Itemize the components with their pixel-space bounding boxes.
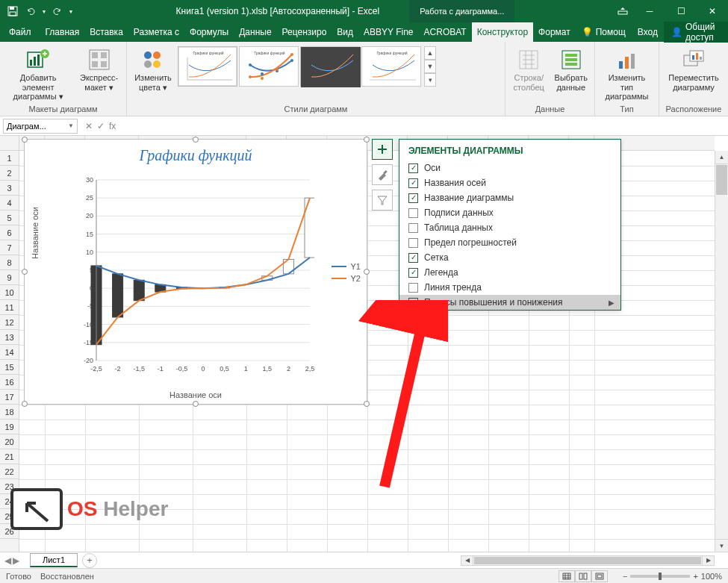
view-normal-icon[interactable] bbox=[559, 570, 575, 582]
view-page-layout-icon[interactable] bbox=[575, 570, 591, 582]
chart-element-option[interactable]: Полосы повышения и понижения▶ bbox=[399, 295, 620, 310]
svg-point-16 bbox=[144, 60, 152, 68]
tab-insert[interactable]: Вставка bbox=[84, 22, 128, 42]
hscroll-left-icon[interactable]: ◀ bbox=[461, 555, 473, 566]
add-sheet-button[interactable]: + bbox=[82, 553, 97, 568]
chart-element-option[interactable]: Названия осей bbox=[399, 175, 620, 190]
zoom-slider[interactable] bbox=[630, 575, 690, 578]
chart-legend[interactable]: Y1 Y2 bbox=[332, 259, 361, 286]
move-chart-button[interactable]: Переместить диаграмму bbox=[662, 43, 725, 93]
svg-text:-0,5: -0,5 bbox=[176, 365, 188, 372]
chart-title[interactable]: Графики функций bbox=[25, 140, 367, 167]
chart-object[interactable]: Графики функций Название оси -20-15-10-5… bbox=[24, 139, 367, 405]
x-axis-title[interactable]: Название оси bbox=[25, 390, 367, 399]
maximize-button[interactable]: ☐ bbox=[665, 0, 697, 22]
svg-rect-38 bbox=[619, 61, 623, 69]
chart-plot-area[interactable]: -20-15-10-5051015202530-2,5-2-1,5-1-0,50… bbox=[75, 177, 314, 386]
hscroll-right-icon[interactable]: ▶ bbox=[702, 555, 714, 566]
redo-icon[interactable] bbox=[49, 3, 66, 19]
sign-in[interactable]: Вход bbox=[632, 27, 664, 37]
svg-text:20: 20 bbox=[86, 212, 93, 219]
chart-filters-button[interactable] bbox=[372, 190, 393, 211]
svg-text:-1: -1 bbox=[158, 365, 164, 372]
change-colors-button[interactable]: Изменить цвета ▾ bbox=[130, 43, 176, 93]
chart-element-option[interactable]: Предел погрешностей bbox=[399, 235, 620, 250]
style-thumb-4[interactable]: Графики функций bbox=[361, 46, 421, 87]
chart-element-option[interactable]: Сетка bbox=[399, 250, 620, 265]
svg-rect-1 bbox=[10, 7, 14, 10]
close-button[interactable]: ✕ bbox=[697, 0, 728, 22]
tab-layout[interactable]: Разметка с bbox=[128, 22, 184, 42]
tab-file[interactable]: Файл bbox=[0, 22, 40, 42]
select-data-button[interactable]: Выбрать данные bbox=[551, 43, 592, 93]
popup-header: ЭЛЕМЕНТЫ ДИАГРАММЫ bbox=[399, 140, 620, 160]
svg-point-25 bbox=[290, 59, 293, 62]
svg-text:0: 0 bbox=[201, 365, 205, 372]
zoom-out-icon[interactable]: − bbox=[623, 572, 627, 581]
chart-element-option[interactable]: Линия тренда bbox=[399, 280, 620, 295]
chart-styles-gallery[interactable]: Графики функций Графики функций Графики … bbox=[178, 43, 436, 87]
view-page-break-icon[interactable] bbox=[591, 570, 608, 582]
style-thumb-3[interactable] bbox=[300, 46, 360, 87]
sheet-nav-prev-icon[interactable]: ◀ bbox=[4, 555, 11, 566]
ribbon-options-icon[interactable] bbox=[612, 7, 634, 15]
change-chart-type-button[interactable]: Изменить тип диаграммы bbox=[598, 43, 656, 103]
chart-element-option[interactable]: Название диаграммы bbox=[399, 190, 620, 205]
svg-text:-2: -2 bbox=[115, 365, 121, 372]
name-box[interactable]: Диаграм...▼ bbox=[3, 119, 78, 134]
minimize-button[interactable]: ─ bbox=[634, 0, 665, 22]
chart-styles-button[interactable] bbox=[372, 164, 393, 185]
chart-element-option[interactable]: Оси bbox=[399, 160, 620, 175]
vertical-scrollbar[interactable]: ▲ ▼ bbox=[715, 151, 728, 552]
gallery-more-icon[interactable]: ▾ bbox=[424, 73, 436, 87]
svg-text:2,5: 2,5 bbox=[305, 365, 314, 372]
select-all-cell[interactable] bbox=[0, 136, 19, 151]
chart-elements-button[interactable] bbox=[372, 139, 393, 160]
tab-design[interactable]: Конструктор bbox=[472, 22, 533, 42]
scroll-up-icon[interactable]: ▲ bbox=[715, 151, 728, 164]
qat-customize-icon[interactable]: ▼ bbox=[67, 3, 75, 19]
switch-row-column-button[interactable]: Строка/столбец bbox=[508, 43, 550, 93]
tab-home[interactable]: Главная bbox=[40, 22, 85, 42]
tab-data[interactable]: Данные bbox=[234, 22, 276, 42]
svg-text:15: 15 bbox=[86, 231, 93, 238]
chart-element-option[interactable]: Таблица данных bbox=[399, 220, 620, 235]
share-button[interactable]: 👤Общий доступ bbox=[664, 22, 728, 43]
svg-rect-3 bbox=[618, 11, 627, 14]
svg-rect-98 bbox=[584, 573, 587, 579]
svg-text:10: 10 bbox=[86, 249, 93, 256]
sheet-tab-1[interactable]: Лист1 bbox=[30, 553, 78, 567]
style-thumb-1[interactable]: Графики функций bbox=[178, 46, 237, 87]
tab-abbyy[interactable]: ABBYY Fine bbox=[358, 22, 418, 42]
save-icon[interactable] bbox=[4, 3, 21, 19]
cancel-icon[interactable]: ✕ bbox=[85, 121, 93, 131]
add-chart-element-button[interactable]: Добавить элемент диаграммы ▾ bbox=[3, 43, 73, 103]
svg-text:Графики функций: Графики функций bbox=[376, 51, 407, 55]
undo-dropdown-icon[interactable]: ▼ bbox=[40, 3, 48, 19]
y-axis-title[interactable]: Название оси bbox=[31, 207, 40, 259]
scroll-down-icon[interactable]: ▼ bbox=[715, 539, 728, 552]
svg-rect-45 bbox=[700, 57, 702, 60]
style-thumb-2[interactable]: Графики функций bbox=[239, 46, 299, 87]
enter-icon[interactable]: ✓ bbox=[97, 121, 105, 131]
group-styles-label: Стили диаграмм bbox=[130, 104, 502, 114]
svg-rect-13 bbox=[101, 61, 107, 67]
zoom-level[interactable]: 100% bbox=[701, 572, 722, 581]
gallery-down-icon[interactable]: ▼ bbox=[424, 60, 436, 73]
tab-review[interactable]: Рецензиро bbox=[277, 22, 332, 42]
gallery-up-icon[interactable]: ▲ bbox=[424, 46, 436, 60]
chart-element-option[interactable]: Легенда bbox=[399, 265, 620, 280]
scroll-thumb[interactable] bbox=[716, 165, 727, 195]
quick-layout-button[interactable]: Экспресс-макет ▾ bbox=[75, 43, 123, 93]
undo-icon[interactable] bbox=[22, 3, 39, 19]
tab-formulas[interactable]: Формулы bbox=[184, 22, 234, 42]
chart-element-option[interactable]: Подписи данных bbox=[399, 205, 620, 220]
zoom-in-icon[interactable]: + bbox=[693, 572, 697, 581]
tab-acrobat[interactable]: ACROBAT bbox=[419, 22, 472, 42]
tell-me[interactable]: 💡Помощ bbox=[576, 27, 632, 37]
horizontal-scrollbar[interactable]: ◀▶ bbox=[97, 555, 715, 566]
sheet-nav-next-icon[interactable]: ▶ bbox=[13, 555, 19, 566]
tab-format[interactable]: Формат bbox=[533, 22, 576, 42]
fx-icon[interactable]: fx bbox=[109, 121, 116, 131]
tab-view[interactable]: Вид bbox=[332, 22, 358, 42]
